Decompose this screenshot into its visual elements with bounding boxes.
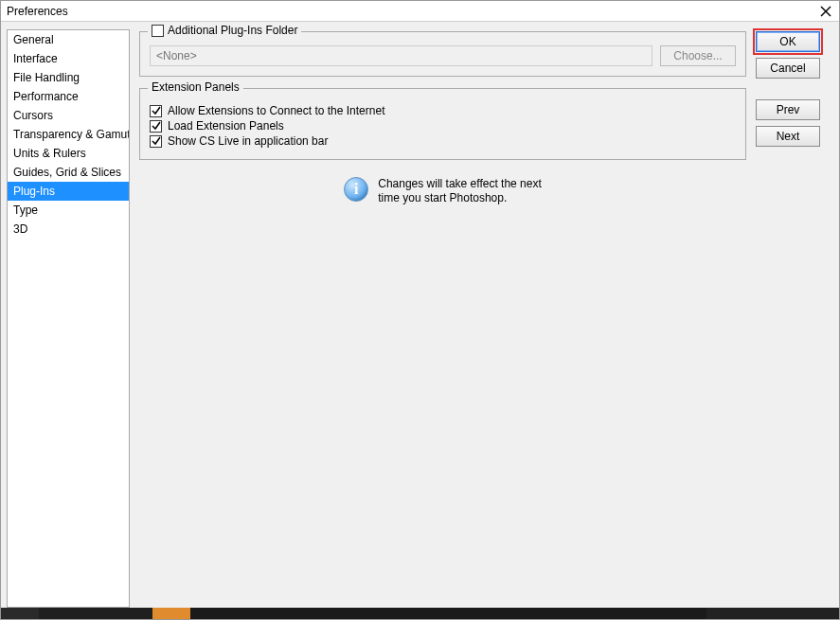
info-message: i Changes will take effect the next time… bbox=[344, 177, 542, 205]
titlebar: Preferences bbox=[1, 1, 839, 22]
sidebar-item-label: Transparency & Gamut bbox=[13, 128, 130, 141]
sidebar-item-interface[interactable]: Interface bbox=[8, 49, 129, 68]
sidebar-item-general[interactable]: General bbox=[8, 30, 129, 49]
sidebar-item-label: Cursors bbox=[13, 109, 53, 122]
show-cs-live-checkbox[interactable] bbox=[150, 135, 162, 148]
cancel-button[interactable]: Cancel bbox=[756, 58, 820, 79]
prev-button[interactable]: Prev bbox=[756, 99, 820, 120]
sidebar-item-cursors[interactable]: Cursors bbox=[8, 106, 129, 125]
sidebar-item-file-handling[interactable]: File Handling bbox=[8, 68, 129, 87]
sidebar-item-units-rulers[interactable]: Units & Rulers bbox=[8, 144, 129, 163]
sidebar-item-label: Guides, Grid & Slices bbox=[13, 166, 121, 179]
taskbar bbox=[1, 608, 839, 619]
load-extension-panels-checkbox[interactable] bbox=[150, 120, 162, 133]
category-sidebar: General Interface File Handling Performa… bbox=[7, 29, 130, 608]
choose-button: Choose... bbox=[660, 45, 736, 66]
info-line-1: Changes will take effect the next bbox=[378, 177, 542, 191]
sidebar-item-label: Type bbox=[13, 204, 38, 217]
sidebar-item-label: Performance bbox=[13, 90, 79, 103]
sidebar-item-type[interactable]: Type bbox=[8, 201, 129, 220]
sidebar-item-guides-grid-slices[interactable]: Guides, Grid & Slices bbox=[8, 163, 129, 182]
plugins-path-display: <None> bbox=[150, 45, 652, 66]
extension-panels-group: Extension Panels Allow Extensions to Con… bbox=[139, 88, 746, 160]
extension-panels-legend: Extension Panels bbox=[152, 80, 240, 94]
additional-plugins-legend: Additional Plug-Ins Folder bbox=[168, 24, 297, 37]
ok-button[interactable]: OK bbox=[756, 31, 820, 52]
load-extension-panels-label: Load Extension Panels bbox=[168, 119, 284, 133]
additional-plugins-group: Additional Plug-Ins Folder <None> Choose… bbox=[139, 31, 746, 77]
sidebar-item-label: General bbox=[13, 33, 54, 46]
preferences-dialog: Preferences General Interface File Handl… bbox=[0, 0, 840, 620]
sidebar-item-3d[interactable]: 3D bbox=[8, 220, 129, 239]
info-text: Changes will take effect the next time y… bbox=[378, 177, 542, 205]
next-button[interactable]: Next bbox=[756, 126, 820, 147]
main-panel: Additional Plug-Ins Folder <None> Choose… bbox=[135, 29, 750, 608]
show-cs-live-label: Show CS Live in application bar bbox=[168, 134, 328, 148]
allow-extensions-internet-label: Allow Extensions to Connect to the Inter… bbox=[168, 104, 384, 117]
sidebar-item-plug-ins[interactable]: Plug-Ins bbox=[8, 182, 129, 201]
sidebar-item-label: File Handling bbox=[13, 71, 80, 84]
info-line-2: time you start Photoshop. bbox=[378, 191, 542, 205]
sidebar-item-transparency-gamut[interactable]: Transparency & Gamut bbox=[8, 125, 129, 144]
sidebar-item-label: 3D bbox=[13, 222, 27, 236]
allow-extensions-internet-checkbox[interactable] bbox=[150, 105, 162, 117]
dialog-buttons: OK Cancel Prev Next bbox=[756, 29, 833, 608]
sidebar-item-performance[interactable]: Performance bbox=[8, 87, 129, 106]
close-icon[interactable] bbox=[818, 4, 833, 19]
additional-plugins-checkbox[interactable] bbox=[152, 25, 164, 37]
sidebar-item-label: Units & Rulers bbox=[13, 147, 86, 160]
sidebar-item-label: Plug-Ins bbox=[13, 185, 55, 198]
window-title: Preferences bbox=[7, 5, 818, 18]
sidebar-item-label: Interface bbox=[13, 52, 58, 65]
info-icon: i bbox=[344, 177, 368, 202]
